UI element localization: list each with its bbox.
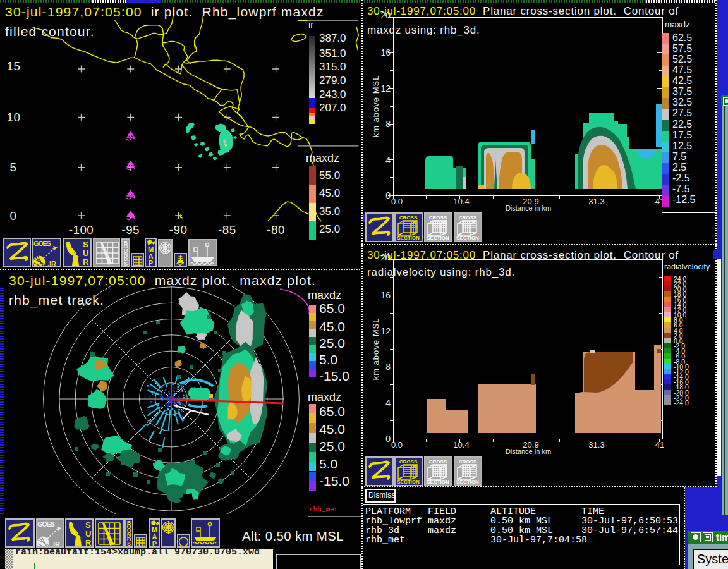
- svg-text:SECTION: SECTION: [456, 235, 479, 241]
- svg-text:SECTION: SECTION: [397, 479, 420, 485]
- svg-text:CROSS: CROSS: [459, 215, 477, 221]
- svg-text:0.0: 0.0: [391, 440, 403, 450]
- svg-text:SECTION: SECTION: [456, 479, 479, 485]
- svg-text:SECTION: SECTION: [427, 235, 449, 241]
- svg-text:-100: -100: [69, 223, 94, 236]
- svg-text:-90: -90: [169, 223, 188, 236]
- svg-text:CROSS: CROSS: [429, 215, 447, 221]
- svg-text:GOES: GOES: [37, 520, 55, 528]
- svg-text:U: U: [85, 529, 91, 539]
- svg-text:P: P: [149, 259, 153, 266]
- svg-text:41: 41: [655, 440, 664, 450]
- svg-text:10: 10: [6, 111, 20, 124]
- svg-text:31.3: 31.3: [588, 440, 604, 450]
- svg-text:CROSS: CROSS: [459, 459, 477, 465]
- svg-text:8: 8: [385, 362, 391, 372]
- svg-text:0: 0: [385, 434, 391, 444]
- svg-text:SECTION: SECTION: [427, 479, 449, 485]
- svg-text:CROSS: CROSS: [399, 215, 418, 221]
- svg-text:4: 4: [385, 398, 391, 408]
- svg-text:.IR: .IR: [47, 260, 56, 266]
- svg-text:-95: -95: [121, 223, 140, 236]
- svg-text:S: S: [83, 240, 88, 249]
- svg-text:CROSS: CROSS: [429, 459, 447, 465]
- svg-text:.IR: .IR: [51, 541, 60, 546]
- svg-text:20: 20: [380, 252, 391, 262]
- svg-text:-80: -80: [267, 223, 285, 236]
- svg-text:Distance in km: Distance in km: [506, 448, 551, 455]
- svg-text:10.4: 10.4: [453, 440, 469, 450]
- svg-text:5: 5: [9, 161, 16, 174]
- svg-text:P: P: [152, 540, 157, 546]
- svg-text:SECTION: SECTION: [397, 235, 420, 241]
- svg-text:16: 16: [380, 290, 391, 300]
- svg-text:R: R: [83, 257, 89, 266]
- svg-text:S: S: [127, 541, 131, 546]
- svg-text:R: R: [85, 538, 92, 546]
- svg-text:15: 15: [6, 59, 20, 73]
- svg-text:12: 12: [380, 326, 391, 336]
- svg-text:GOES: GOES: [33, 240, 51, 247]
- svg-text:0: 0: [9, 209, 16, 223]
- svg-text:km above MSL: km above MSL: [371, 318, 380, 381]
- svg-text:-85: -85: [218, 223, 236, 236]
- svg-text:U: U: [83, 248, 88, 258]
- svg-text:S: S: [85, 520, 91, 530]
- svg-text:S: S: [124, 260, 128, 266]
- svg-text:CROSS: CROSS: [399, 459, 418, 465]
